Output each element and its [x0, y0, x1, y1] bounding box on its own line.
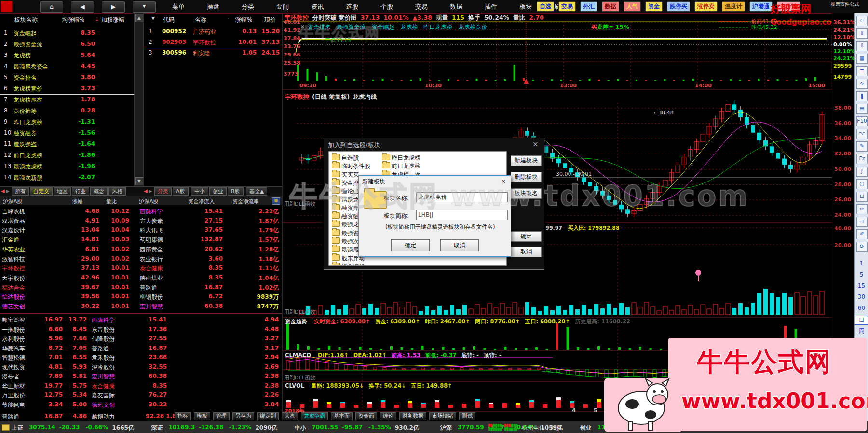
list-icon[interactable]: ≣ — [856, 66, 868, 76]
col-header-code[interactable]: 代码 — [163, 16, 175, 24]
col-header-name[interactable]: 名称 — [195, 16, 206, 24]
f1z-icon[interactable]: Fz — [856, 154, 868, 164]
indicator-tab-测试[interactable]: 测试 — [459, 412, 475, 420]
table-row[interactable]: 方大炭素27.151.87亿 — [135, 216, 282, 226]
table-row[interactable]: 激智科技29.0010.02 — [0, 254, 135, 264]
table-row[interactable]: 华英农业6.8110.02 — [0, 245, 135, 254]
stock-name[interactable]: 万里股份 — [2, 391, 25, 400]
settings-icon[interactable]: ⊟ — [856, 192, 868, 202]
stock-name[interactable]: 药明康德 — [140, 236, 163, 244]
board-row[interactable]: 12前日龙虎榜-1.86 — [0, 150, 134, 161]
table-row[interactable]: 泰合健康8.352.38 — [90, 381, 282, 391]
tab-A股[interactable]: A股 — [173, 187, 189, 196]
stock-name[interactable]: 农业银行 — [140, 255, 163, 264]
table-row[interactable]: 嘉友国际76.272.26 — [90, 391, 282, 400]
server-name[interactable]: 杭州电信主站J4 — [522, 424, 562, 432]
table-row[interactable]: 陕西煤业8.351.04亿 — [135, 273, 282, 283]
menu-item-2[interactable]: 分类 — [242, 2, 254, 11]
stock-name[interactable]: 华正新材 — [2, 382, 25, 391]
table-row[interactable]: 汇金通14.8110.03 — [0, 235, 135, 245]
board-name-input[interactable]: 龙虎榜竞价 — [416, 192, 508, 202]
dialog-button-新建板块[interactable]: 新建板块 — [511, 155, 542, 166]
quick-button-自选[interactable]: 自选 — [537, 1, 554, 12]
stock-name[interactable]: 一拖股份 — [2, 326, 25, 334]
table-row[interactable]: 节能风电3.345.00 — [0, 400, 90, 410]
stock-name[interactable]: 西陇科学 — [92, 316, 115, 324]
folder-item-自选股[interactable]: 自选股 — [332, 154, 359, 162]
hdr-inflow[interactable]: 资金净流入 — [188, 198, 215, 205]
table-row[interactable]: 吉峰农机4.6810.12 — [0, 207, 135, 216]
folder-item-资金崛起[interactable]: 资金崛起 — [332, 262, 365, 266]
tabs-left-arrow-icon[interactable]: ◀ — [1, 188, 5, 194]
stock-name[interactable]: 普路通 — [2, 413, 19, 421]
tab-行业[interactable]: 行业 — [72, 187, 89, 196]
col-header-board-name[interactable]: 板块名称 — [14, 16, 38, 24]
stock-name[interactable]: 宇环数控 — [193, 39, 216, 47]
table-row[interactable]: 华菱汽车8.727.05 — [0, 344, 90, 353]
stock-name[interactable]: 激智科技 — [2, 255, 25, 264]
board-row[interactable]: 2最强资金流6.50 — [0, 39, 134, 50]
stock-name[interactable]: 邦宝益智 — [2, 316, 25, 324]
tab-地区[interactable]: 地区 — [54, 187, 71, 196]
period-日[interactable]: 日 — [855, 316, 868, 325]
stock-name[interactable]: 节能风电 — [2, 401, 25, 409]
board-row[interactable]: 7龙虎榜尾盘1.78 — [0, 94, 134, 105]
tabs2-left-arrow-icon[interactable]: ◀ — [144, 188, 148, 194]
period-周[interactable]: 周 — [855, 327, 868, 335]
col-header-weighted-change[interactable]: 加权涨幅 — [101, 16, 124, 24]
down-icon[interactable]: ⇩ — [856, 41, 868, 51]
stock-name[interactable]: 吉峰农机 — [2, 208, 25, 216]
stock-name[interactable]: 智慧松德 — [2, 354, 25, 362]
folder-item-昨日龙虎榜[interactable]: 昨日龙虎榜 — [382, 154, 420, 162]
table-row[interactable]: 药明康德132.871.57亿 — [135, 235, 282, 245]
code-row[interactable]: 1000952广济药业0.1315.20 — [143, 27, 282, 37]
board-row[interactable]: 9昨日龙虎榜-1.31 — [0, 116, 134, 127]
menu-item-5[interactable]: 选股 — [346, 2, 358, 11]
stock-name[interactable]: 怡达股份 — [2, 293, 25, 301]
board-name[interactable]: 龙虎榜竞价 — [14, 85, 42, 93]
hdr-market2[interactable]: 沪深A股 — [139, 198, 159, 205]
folder-item-前日龙虎榜[interactable]: 前日龙虎榜 — [382, 162, 420, 170]
board-row[interactable]: 8竞价抢筹0.28 — [0, 105, 134, 116]
indicator-tab-管理[interactable]: 管理 — [213, 412, 230, 420]
period-60[interactable]: 60 — [855, 305, 868, 311]
tab-概念[interactable]: 概念 — [90, 187, 108, 196]
indicator-tab-绑定到[interactable]: 绑定到 — [257, 412, 279, 420]
period-5[interactable]: 5 — [855, 271, 868, 278]
hdr-pct[interactable]: 涨幅 — [72, 198, 83, 205]
grid-icon[interactable]: ▦ — [856, 54, 868, 64]
status-folder-icon[interactable] — [2, 424, 10, 431]
tab-基金▲[interactable]: 基金▲ — [246, 187, 267, 196]
stock-name[interactable]: 广济药业 — [193, 28, 216, 36]
stock-name[interactable]: 普路通 — [140, 284, 157, 292]
new-board-cancel-button[interactable]: 取消 — [440, 239, 479, 251]
table-row[interactable]: 汉嘉设计13.0410.04 — [0, 225, 135, 235]
folder-item-买买买[interactable]: 买买买 — [332, 170, 359, 179]
indicator-tab-龙虎争霸[interactable]: 龙虎争霸 — [301, 412, 328, 420]
board-link-资金崛起[interactable]: 资金崛起 — [372, 23, 395, 31]
stock-name[interactable]: 普路通 — [92, 345, 109, 353]
f10-icon[interactable]: F10 — [856, 116, 868, 126]
stock-name[interactable]: 西陇科学 — [140, 208, 163, 216]
code-row[interactable]: 2002903宇环数控10.0137.13 — [143, 37, 282, 48]
tabs2-right-arrow-icon[interactable]: ▶ — [149, 188, 152, 194]
stock-name[interactable]: 宏川智慧 — [92, 373, 115, 381]
report-icon[interactable]: ▤ — [856, 104, 868, 114]
tabs-right-arrow-icon[interactable]: ▶ — [6, 188, 10, 194]
table-settings-icon[interactable]: ▦ — [272, 197, 280, 205]
tree-icon[interactable]: ⌥ — [856, 129, 868, 139]
indicator-tab-市场情绪[interactable]: 市场情绪 — [429, 412, 456, 420]
stock-name[interactable]: 宏川智慧 — [140, 303, 163, 311]
board-name[interactable]: 最强次新股 — [14, 174, 42, 182]
table-row[interactable]: 怡达股份39.5610.01 — [0, 292, 135, 302]
board-name[interactable]: 资金崛起 — [14, 29, 37, 38]
menu-item-8[interactable]: 数据 — [450, 2, 462, 11]
draw-icon[interactable]: ✏ — [856, 204, 868, 214]
board-name[interactable]: 龙虎榜尾盘 — [14, 96, 42, 104]
folder-item-临时条件股[interactable]: 临时条件股 — [332, 162, 370, 170]
indicator-tab-缠论[interactable]: 缠论 — [380, 412, 396, 420]
export-icon[interactable]: ⇨ — [856, 217, 868, 227]
table-row[interactable]: 宏川智慧60.388747万 — [135, 302, 282, 311]
table-row[interactable]: 西陇科学15.412.22亿 — [135, 207, 282, 216]
pencil-icon[interactable]: ✐ — [856, 229, 868, 239]
